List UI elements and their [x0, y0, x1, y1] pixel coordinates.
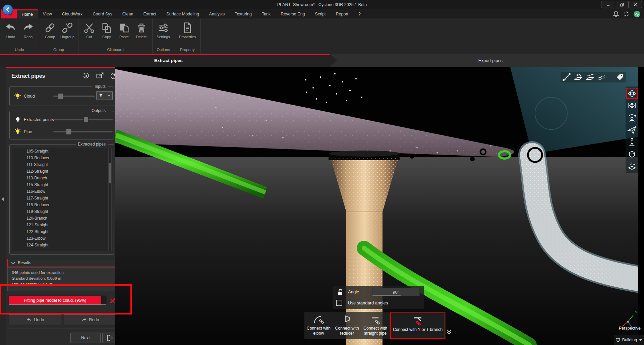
properties-button[interactable]: Properties [177, 20, 198, 47]
extracted-pipes-list[interactable]: 105-Straight 110-Reducer 111-Straight 11… [12, 148, 108, 251]
list-item[interactable]: 124-Straight [12, 242, 108, 248]
workflow-step-extract-pipes[interactable]: Extract pipes [0, 54, 337, 67]
delete-button[interactable]: Delete [133, 20, 150, 47]
black-marker[interactable] [470, 157, 475, 161]
panel-redo-button[interactable]: Redo [64, 314, 116, 325]
tag-label-icon[interactable] [616, 73, 624, 81]
viewport-3d[interactable]: Angle 90° Use standard angles Connect wi… [115, 67, 644, 345]
angle-label: Angle [348, 289, 359, 294]
restore-button[interactable] [615, 1, 628, 8]
menu-tab-clean[interactable]: Clean [117, 9, 138, 18]
list-item[interactable]: 122-Straight [12, 228, 108, 235]
menu-tab-texturing[interactable]: Texturing [230, 9, 257, 18]
list-scrollbar[interactable] [108, 148, 112, 251]
list-item[interactable]: 105-Straight [12, 148, 108, 155]
menu-tab-coordsys[interactable]: Coord Sys [87, 9, 117, 18]
ungroup-button[interactable]: Ungroup [59, 20, 75, 47]
collapse-toolbar-button[interactable] [447, 329, 452, 335]
walk-mode-button[interactable] [626, 136, 638, 147]
angle-input[interactable]: 90° [372, 288, 420, 296]
slider-handle[interactable] [66, 129, 71, 135]
list-item[interactable]: 113-Branch [12, 175, 108, 181]
paste-button[interactable]: Paste [116, 20, 132, 47]
scrollbar-thumb[interactable] [109, 163, 111, 183]
list-item[interactable]: 120-Branch [12, 215, 108, 222]
menu-tab-script[interactable]: Script [310, 9, 331, 18]
visibility-bulb-off-icon[interactable] [14, 116, 22, 124]
colormap-inspection-icon[interactable] [586, 73, 594, 81]
detach-panel-icon[interactable] [96, 72, 105, 80]
redo-button[interactable]: Redo [20, 20, 36, 47]
constrained-orbit-button[interactable] [626, 100, 638, 111]
cloud-to-mesh-icon[interactable] [574, 73, 583, 81]
notifications-bell-icon[interactable] [612, 10, 620, 17]
menu-tab-reverse-eng[interactable]: Reverse Eng [276, 9, 310, 18]
menu-tab-view[interactable]: View [38, 9, 57, 18]
menu-tab-cloudworx[interactable]: CloudWorx [57, 9, 88, 18]
view-cube-button[interactable] [626, 148, 638, 159]
visibility-bulb-on-icon[interactable] [14, 128, 22, 136]
cut-button[interactable]: Cut [81, 20, 97, 47]
pipe-transparency-slider[interactable] [53, 131, 113, 132]
account-status-icon[interactable] [633, 10, 641, 18]
app-logo-icon[interactable] [3, 5, 13, 15]
undo-button[interactable]: Undo [3, 20, 19, 47]
measure-distance-icon[interactable] [562, 73, 571, 81]
wave-analysis-icon[interactable] [597, 73, 606, 81]
list-item[interactable]: 110-Reducer [12, 155, 108, 161]
results-section-header[interactable]: Results [7, 259, 120, 267]
settings-button[interactable]: Settings [155, 20, 171, 47]
slider-handle[interactable] [83, 117, 89, 123]
panel-divider [9, 329, 119, 329]
viewport-tool-icons [561, 72, 626, 82]
connect-with-reducer-button[interactable]: Connect with reducer [333, 312, 361, 339]
list-item[interactable]: 121-Straight [12, 222, 108, 228]
connect-with-straight-pipe-button[interactable]: Connect with straight pipe [361, 312, 390, 339]
workflow-step-export-pipes[interactable]: Export pipes [337, 54, 644, 67]
panel-collapse-strip[interactable] [0, 67, 6, 345]
menu-tab-analysis[interactable]: Analysis [204, 9, 230, 18]
menu-tab-help[interactable]: ? [353, 9, 366, 18]
extracted-points-slider[interactable] [53, 119, 113, 120]
cloud-transparency-slider[interactable] [53, 96, 95, 97]
menu-tab-report[interactable]: Report [331, 9, 354, 18]
list-item[interactable]: 119-Straight [12, 208, 108, 215]
ribbon-group-options: Settings Options [153, 18, 174, 54]
turntable-button[interactable] [626, 160, 638, 171]
list-item[interactable]: 116-Elbow [12, 188, 108, 195]
level-selector[interactable]: Building [614, 335, 644, 345]
menu-tab-surface-modeling[interactable]: Surface Modeling [161, 9, 204, 18]
cloud-filter-dropdown[interactable] [105, 91, 113, 100]
menu-tab-home[interactable]: Home [17, 9, 38, 18]
list-item[interactable]: 118-Reducer [12, 202, 108, 208]
menu-tab-tank[interactable]: Tank [257, 9, 276, 18]
visibility-bulb-on-icon[interactable] [14, 92, 22, 100]
minimize-button[interactable] [601, 1, 615, 8]
angle-slider[interactable] [372, 295, 401, 296]
list-item[interactable]: 115-Straight [12, 181, 108, 188]
cube-axes-icon [627, 149, 637, 159]
list-item[interactable]: 112-Straight [12, 168, 108, 175]
list-item[interactable]: 117-Straight [12, 195, 108, 202]
results-content: 346 points used for extraction Standard … [7, 267, 120, 291]
orbit-mode-button[interactable] [626, 88, 638, 99]
panel-undo-button[interactable]: Undo [9, 314, 61, 325]
sync-icon[interactable] [623, 10, 630, 17]
slider-handle[interactable] [58, 93, 63, 99]
cloud-filter-button[interactable] [96, 91, 105, 100]
use-standard-angles-checkbox[interactable] [336, 300, 342, 306]
connect-with-elbow-button[interactable]: Connect with elbow [304, 312, 333, 339]
close-button[interactable] [628, 1, 642, 8]
look-around-button[interactable] [626, 112, 638, 123]
menu-tab-extract[interactable]: Extract [138, 9, 161, 18]
list-item[interactable]: 111-Straight [12, 161, 108, 168]
lock-open-icon[interactable] [336, 288, 345, 297]
connect-with-y-t-branch-button[interactable]: Connect with Y or T branch [391, 313, 445, 338]
group-button[interactable]: Group [42, 20, 58, 47]
list-item[interactable]: 123-Elbow [12, 235, 108, 242]
fly-mode-button[interactable] [626, 124, 638, 135]
copy-button[interactable]: Copy [99, 20, 115, 47]
black-marker[interactable] [410, 154, 414, 159]
reset-icon[interactable] [82, 72, 91, 80]
next-button[interactable]: Next [70, 333, 101, 343]
